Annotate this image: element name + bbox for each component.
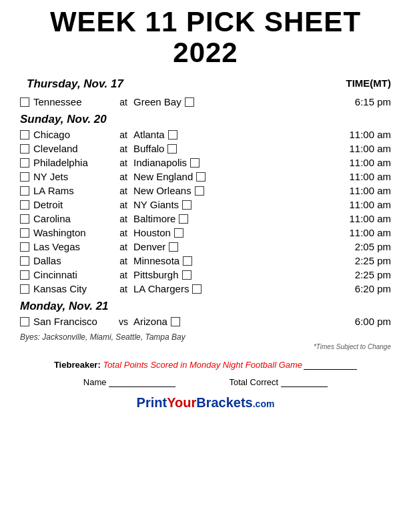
team1-checkbox[interactable] [20,256,29,266]
team2-name: Indianapolis [133,157,187,168]
team2-checkbox[interactable] [167,144,177,154]
game-time: 11:00 am [344,199,391,210]
team1-name: Las Vegas [33,241,113,252]
team1-checkbox[interactable] [20,270,29,280]
game-row: Las Vegas at Denver 2:05 pm [13,240,398,254]
connector: at [113,256,133,266]
game-row: Detroit at NY Giants 11:00 am [13,198,398,212]
game-time: 11:00 am [344,171,391,182]
team1-checkbox[interactable] [20,214,29,224]
monday-header: Monday, Nov. 21 [20,300,398,313]
team2-checkbox[interactable] [171,317,180,326]
main-title: WEEK 11 PICK SHEET 2022 [13,7,398,68]
team1-checkbox[interactable] [20,284,29,294]
team2-name: Arizona [133,316,167,327]
game-row: Philadelphia at Indianapolis 11:00 am [13,156,398,170]
connector: at [113,284,133,294]
game-time: 6:15 pm [344,96,391,107]
connector: at [113,172,133,182]
game-row: Dallas at Minnesota 2:25 pm [13,254,398,268]
game-time: 11:00 am [344,157,391,168]
team2-name: Buffalo [133,143,164,154]
game-time: 6:00 pm [344,316,391,327]
team1-checkbox[interactable] [20,144,29,154]
team1-checkbox[interactable] [20,186,29,196]
team2-checkbox[interactable] [192,284,201,294]
game-row: Carolina at Baltimore 11:00 am [13,212,398,226]
team2-name: Houston [133,227,171,238]
team1-name: Detroit [33,199,113,210]
team2-name: LA Chargers [133,283,189,294]
team1-checkbox[interactable] [20,158,29,168]
connector: at [113,186,133,196]
connector: vs [113,316,133,327]
team1-name: Dallas [33,255,113,266]
game-time: 2:05 pm [344,241,391,252]
connector: at [113,270,133,280]
team2-checkbox[interactable] [185,97,194,107]
total-correct-label: Total Correct [229,377,278,387]
team1-checkbox[interactable] [20,242,29,252]
connector: at [113,228,133,238]
connector: at [113,158,133,168]
team1-name: Philadelphia [33,157,113,168]
team2-name: New England [133,171,193,182]
team1-name: LA Rams [33,185,113,196]
footer-print: Print [137,395,167,410]
team1-checkbox[interactable] [20,97,29,107]
game-row: Chicago at Atlanta 11:00 am [13,127,398,142]
connector: at [113,214,133,224]
team2-name: Denver [133,241,165,252]
team2-name: NY Giants [133,199,179,210]
team1-name: Chicago [33,129,113,140]
team1-name: Kansas City [33,283,113,294]
game-row: Kansas City at LA Chargers 6:20 pm [13,282,398,296]
game-row: LA Rams at New Orleans 11:00 am [13,184,398,198]
byes-text: Byes: Jacksonville, Miami, Seattle, Tamp… [20,332,391,342]
footer-brackets: Brackets [196,395,253,410]
team2-checkbox[interactable] [182,200,191,210]
team1-checkbox[interactable] [20,200,29,210]
team2-checkbox[interactable] [183,256,192,266]
team1-checkbox[interactable] [20,317,29,326]
connector: at [113,144,133,154]
first-day-header: Thursday, Nov. 17 [27,77,123,91]
team2-checkbox[interactable] [174,228,183,238]
game-time: 11:00 am [344,185,391,196]
tiebreaker-label: Tiebreaker: [54,360,101,370]
game-time: 11:00 am [344,129,391,140]
game-row: NY Jets at New England 11:00 am [13,170,398,184]
team2-checkbox[interactable] [168,130,177,140]
team2-checkbox[interactable] [179,214,188,224]
team2-checkbox[interactable] [195,186,204,196]
team2-name: Atlanta [133,129,165,140]
tiebreaker-value: Total Points Scored in Monday Night Foot… [103,360,302,370]
connector: at [113,129,133,140]
team2-name: Green Bay [133,96,181,107]
time-header: TIME(MT) [346,77,391,89]
game-row: San Francisco vs Arizona 6:00 pm [13,314,398,328]
team1-checkbox[interactable] [20,228,29,238]
times-subject-text: *Times Subject to Change [13,343,391,350]
team2-checkbox[interactable] [182,270,191,280]
team2-checkbox[interactable] [190,158,199,168]
game-row: Cleveland at Buffalo 11:00 am [13,142,398,156]
game-row: Washington at Houston 11:00 am [13,226,398,240]
team1-name: Carolina [33,213,113,224]
game-time: 6:20 pm [344,283,391,294]
name-label: Name [83,377,107,387]
sunday-header: Sunday, Nov. 20 [20,113,398,126]
connector: at [113,97,133,107]
game-time: 11:00 am [344,227,391,238]
team1-name: Cincinnati [33,269,113,280]
team2-checkbox[interactable] [169,242,178,252]
team1-name: San Francisco [33,316,113,327]
team1-checkbox[interactable] [20,172,29,182]
game-time: 2:25 pm [344,255,391,266]
connector: at [113,200,133,210]
game-row: Cincinnati at Pittsburgh 2:25 pm [13,268,398,282]
team2-checkbox[interactable] [196,172,206,182]
team2-name: Baltimore [133,213,175,224]
team1-checkbox[interactable] [20,130,29,140]
team2-name: Pittsburgh [133,269,179,280]
